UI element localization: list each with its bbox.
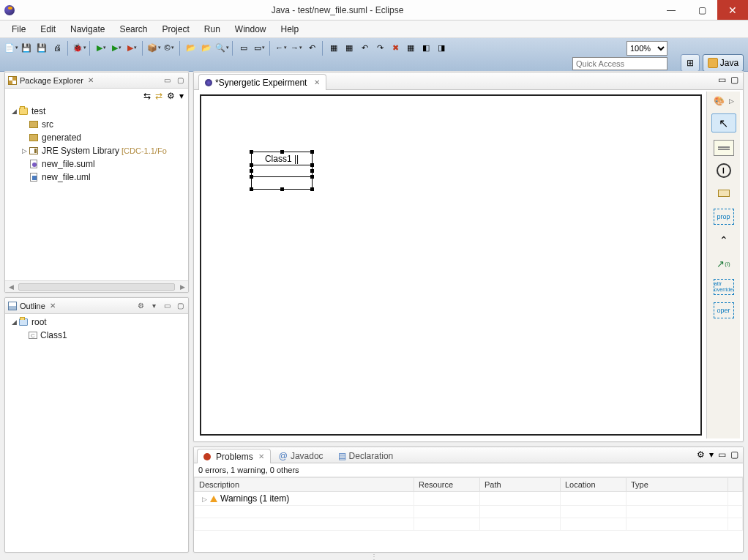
col-resource[interactable]: Resource [414,478,480,492]
new-package-button[interactable]: 📦 [147,41,160,54]
open-task-button[interactable]: 📂 [200,41,213,54]
uml-class-attributes[interactable] [252,165,312,177]
zoom-select[interactable]: 100% [627,41,667,56]
package-explorer-scrollbar[interactable]: ◀▶ [5,280,188,292]
save-button[interactable]: 💾 [20,41,33,54]
menu-project[interactable]: Project [154,22,196,37]
outline-min-icon[interactable]: ▭ [162,301,172,311]
maximize-button[interactable]: ▢ [687,0,717,20]
tree-generated[interactable]: generated [8,131,185,144]
palette-instantiation-tool[interactable]: ↗(I) [714,255,734,272]
problems-menu-icon[interactable]: ▾ [709,449,714,460]
palette-select-tool[interactable]: ↖ [711,113,736,132]
col-path[interactable]: Path [480,478,561,492]
problems-min-icon[interactable]: ▭ [718,449,726,460]
last-edit-button[interactable]: ↶ [305,41,318,54]
problems-filter-icon[interactable]: ⚙ [697,449,705,460]
editor-max-icon[interactable]: ▢ [730,75,738,85]
print-button[interactable]: 🖨 [51,41,64,54]
close-button[interactable]: ✕ [717,0,748,20]
minimize-view-icon[interactable]: ▭ [162,75,172,86]
run-last-button[interactable]: ▶ [110,41,123,54]
toggle-mark-button[interactable]: ▭ [237,41,250,54]
new-class-button[interactable]: © [162,41,176,54]
uml-class-name[interactable]: Class1 || [252,152,312,165]
tab-declaration[interactable]: ▤ Declaration [332,448,400,463]
twisty-icon[interactable]: ▷ [20,147,29,154]
grid-button[interactable]: ▦ [404,41,417,54]
link-editor-icon[interactable]: ⇄ [155,91,162,101]
tb-extra-1[interactable]: ◧ [419,41,433,54]
save-all-button[interactable]: 💾 [35,41,48,54]
palette-note-tool[interactable] [714,140,734,156]
menu-navigate[interactable]: Navigate [63,22,112,37]
problems-icon [203,453,211,460]
coverage-button[interactable]: ▶ [125,41,138,54]
new-button[interactable]: 📄 [4,41,18,54]
class-icon: C [29,332,37,339]
run-dropdown[interactable]: ▶ [94,41,108,54]
palette-class-tool[interactable] [714,185,734,201]
editor-tab-close-icon[interactable]: ✕ [314,78,320,86]
editor-min-icon[interactable]: ▭ [718,75,726,85]
editor-tab-synergetic[interactable]: *Synergetic Expeirment ✕ [198,74,326,90]
menu-run[interactable]: Run [197,22,228,37]
perspective-java[interactable]: Java [703,54,744,72]
menu-help[interactable]: Help [274,22,307,37]
tree-jre[interactable]: ▷ JRE System Library [CDC-1.1/Fo [8,144,185,157]
tb-extra-2[interactable]: ◨ [435,41,448,54]
tree-suml-file[interactable]: new_file.suml [8,157,185,171]
problems-row-warnings[interactable]: ▷Warnings (1 item) [195,492,743,506]
delete-button[interactable]: ✖ [389,41,402,54]
twisty-icon[interactable]: ◢ [10,108,18,115]
minimize-button[interactable]: — [656,0,687,20]
palette-generalization-tool[interactable]: ⌃ [714,232,734,248]
col-type[interactable]: Type [627,478,728,492]
menu-edit[interactable]: Edit [33,22,63,37]
col-location[interactable]: Location [561,478,627,492]
menu-search[interactable]: Search [112,22,154,37]
tab-javadoc[interactable]: @ Javadoc [272,448,330,463]
palette-menu-icon[interactable]: 🎨 [714,96,725,106]
outline-close-icon[interactable]: ✕ [50,302,56,310]
search-button[interactable]: 🔍 [215,41,228,54]
col-description[interactable]: Description [195,478,414,492]
quick-access-input[interactable] [572,57,667,70]
view-menu-icon[interactable]: ▾ [179,91,184,101]
palette-prop-tool[interactable]: prop [714,209,734,225]
open-type-button[interactable]: 📂 [184,41,198,54]
tree-src[interactable]: src [8,118,185,131]
outline-max-icon[interactable]: ▢ [175,301,185,311]
tree-project[interactable]: ◢ test [8,105,185,118]
tab-problems[interactable]: Problems ✕ [197,449,271,463]
tree-uml-file[interactable]: new_file.uml [8,171,185,184]
palette-interface-tool[interactable]: I [717,163,731,178]
redo-button[interactable]: ↷ [373,41,386,54]
outline-class1[interactable]: C Class1 [8,329,185,342]
maximize-view-icon[interactable]: ▢ [175,75,185,86]
annotations-button[interactable]: ▭ [253,41,266,54]
palette-attr-override-tool[interactable]: attroverride [714,279,734,295]
forward-button[interactable]: → [290,41,303,54]
outline-menu-icon[interactable]: ▾ [149,301,159,311]
menu-window[interactable]: Window [228,22,274,37]
tab-problems-close-icon[interactable]: ✕ [258,452,264,460]
twisty-icon[interactable]: ◢ [10,318,18,326]
palette-expand-icon[interactable]: ▷ [729,97,734,105]
collapse-all-icon[interactable]: ⇆ [143,91,151,101]
tb-icon-b[interactable]: ▦ [343,41,356,54]
outline-filter-icon[interactable]: ⚙ [135,301,146,311]
debug-dropdown[interactable]: 🐞 [72,41,86,54]
uml-class-shape[interactable]: Class1 || [251,152,313,190]
menu-file[interactable]: File [4,22,33,37]
palette-oper-tool[interactable]: oper [714,302,734,318]
package-explorer-close-icon[interactable]: ✕ [88,76,94,84]
diagram-canvas[interactable]: Class1 || [200,94,702,436]
filter-icon[interactable]: ⚙ [167,91,175,101]
tb-icon-a[interactable]: ▦ [327,41,340,54]
back-button[interactable]: ← [274,41,288,54]
undo-button[interactable]: ↶ [358,41,371,54]
open-perspective-button[interactable]: ⊞ [681,54,700,72]
problems-max-icon[interactable]: ▢ [730,449,738,460]
outline-root[interactable]: ◢ root [8,316,185,329]
